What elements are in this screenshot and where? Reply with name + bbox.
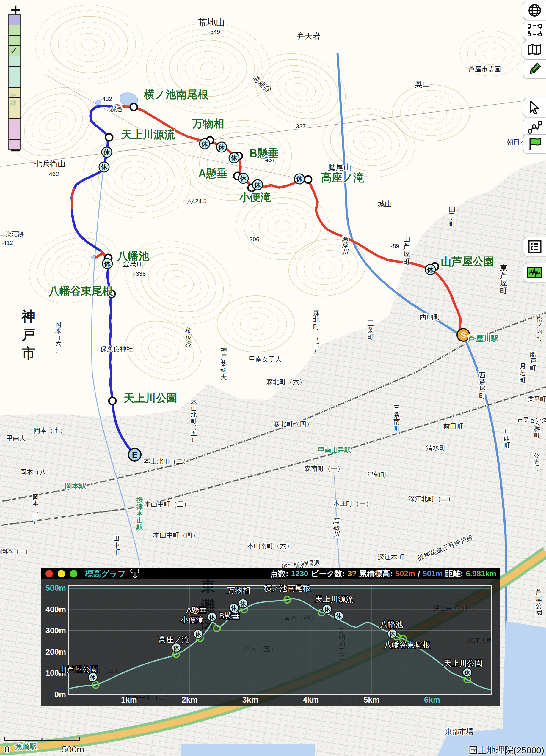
layer-swatch-6[interactable] <box>8 77 21 88</box>
chart-waypoint-label: 高座ノ滝 <box>158 635 190 644</box>
close-icon[interactable] <box>45 570 53 577</box>
stat-token: 502m <box>395 569 415 578</box>
svg-text:休: 休 <box>464 670 471 676</box>
flag-button[interactable] <box>523 134 546 153</box>
map-place-label: 二楽荘跡 <box>0 231 24 237</box>
attribution: 国土地理院(25000) <box>469 744 544 756</box>
map-place-label: 業平町 <box>528 396 546 402</box>
svg-text:休: 休 <box>324 606 331 612</box>
map-place-label: 西岡本（一） <box>0 548 31 555</box>
download-icon[interactable] <box>130 569 140 579</box>
chart-waypoint-label: B懸垂 <box>219 611 240 620</box>
map-place-label: 本山北町（五） <box>191 399 197 443</box>
layer-swatch-9[interactable] <box>8 108 21 119</box>
svg-text:0: 0 <box>4 744 10 754</box>
minimize-icon[interactable] <box>58 570 65 577</box>
layer-opacity-selector[interactable]: ✓ <box>8 15 21 150</box>
layer-swatch-4[interactable] <box>8 56 21 67</box>
route-waypoint-label: B懸垂 <box>249 147 279 159</box>
map-place-label: 本山南町（六） <box>247 542 293 549</box>
map-place-label: 森北町（四） <box>274 420 313 428</box>
route-waypoint-label: 小便滝 <box>239 191 271 203</box>
cursor-button[interactable] <box>523 98 546 117</box>
svg-text:休: 休 <box>336 613 342 619</box>
cursor-icon <box>528 101 541 114</box>
map-place-label: 東部市場 <box>445 727 473 735</box>
map-place-label: 森北町（六） <box>266 378 306 385</box>
route-waypoint-label: 万物相 <box>192 117 224 130</box>
layer-swatch-11[interactable] <box>8 129 21 140</box>
layer-swatch-5[interactable] <box>8 66 21 77</box>
map-place-label: 保久良神社 <box>100 345 133 353</box>
map-place-label: 船戸町 <box>530 351 536 372</box>
map-place-label: 山芦屋町 <box>403 235 410 265</box>
map-place-label: 深江本町 <box>378 553 404 561</box>
stat-token: 3? <box>347 569 356 578</box>
x-tick-label: 3km <box>242 695 258 704</box>
svg-text:休: 休 <box>240 601 246 607</box>
waypoint-circle <box>106 134 113 141</box>
layer-swatch-3[interactable]: ✓ <box>8 45 21 56</box>
chart-waypoint-label: 八幡谷東尾根 <box>384 640 430 649</box>
svg-text:休: 休 <box>103 149 110 156</box>
route-waypoint-label: 天上川源流 <box>121 128 175 141</box>
elevation-panel-header: 標高グラフ 点数:1230ピーク数:3?累積標高:502m/501m距離:6.9… <box>41 568 501 579</box>
svg-text:休: 休 <box>173 645 179 651</box>
map-place-label: 西芦屋町 <box>479 371 486 399</box>
maximize-icon[interactable] <box>70 570 77 577</box>
svg-text:E: E <box>132 450 138 459</box>
map-icon <box>528 43 542 56</box>
map-place-label: 東芦屋町 <box>500 264 507 294</box>
layer-swatch-1[interactable] <box>8 25 21 36</box>
svg-text:休: 休 <box>427 266 434 273</box>
map-place-label: 奥山 <box>415 80 430 89</box>
map-place-label: 本山中町（三） <box>144 500 190 508</box>
route-button[interactable] <box>523 118 546 137</box>
route-waypoint-label: 山芦屋公園 <box>441 255 494 267</box>
pencil-icon <box>528 62 542 76</box>
stat-token: 累積標高: <box>359 568 393 579</box>
map-place-label: 田中町 <box>113 535 120 556</box>
map-place-label: ·549 <box>208 29 220 35</box>
map-place-label: 七兵衛山 <box>34 159 65 168</box>
layer-swatch-2[interactable] <box>8 35 21 46</box>
select-area-button[interactable] <box>523 21 546 40</box>
map-button[interactable] <box>523 40 546 59</box>
station-label: 芦屋川駅 <box>468 334 499 343</box>
route-waypoint-label: 八幡池 <box>117 250 149 262</box>
map-place-label: 深江北町（二） <box>408 495 454 503</box>
chart-waypoint-label: 八幡池 <box>380 620 403 629</box>
map-place-label: 三条町 <box>367 319 374 341</box>
layer-swatch-7[interactable] <box>8 87 21 98</box>
map-place-label: ·306 <box>247 236 259 242</box>
map-place-label: 公光町 <box>534 452 539 471</box>
list-button[interactable] <box>523 237 546 256</box>
elevation-panel[interactable]: 標高グラフ 点数:1230ピーク数:3?累積標高:502m/501m距離:6.9… <box>41 568 501 706</box>
x-tick-label: 6km <box>424 695 440 704</box>
map-place-label: ·338 <box>134 270 146 277</box>
elevation-panel-title: 標高グラフ <box>85 568 126 579</box>
chart-waypoint-label: 小便滝 <box>180 615 204 624</box>
route-icon <box>528 121 542 134</box>
svg-text:休: 休 <box>254 181 261 189</box>
map-place-label: 松ノ内町 <box>536 316 542 341</box>
zoom-out-button[interactable]: − <box>9 142 22 159</box>
svg-text:500m: 500m <box>62 744 84 754</box>
svg-text:休: 休 <box>104 260 111 267</box>
map-place-label: 西山町 <box>419 313 441 321</box>
draw-pencil-button[interactable] <box>523 59 546 78</box>
elevation-graph-button[interactable] <box>523 263 546 282</box>
map-place-label: 山手町 <box>449 205 456 228</box>
elevation-chart[interactable]: 1km2km3km4km5km6km0m100m200m300m400m500m… <box>41 579 501 706</box>
map-place-label: 岡本（七） <box>34 427 66 434</box>
chart-waypoint-label: A懸垂 <box>186 606 207 615</box>
map-place-label: 横池 <box>110 106 122 112</box>
route-waypoint-label: 天上川公園 <box>123 392 177 404</box>
route-waypoint-label: 高座ノ滝 <box>321 171 365 184</box>
globe-button[interactable] <box>523 1 546 20</box>
svg-text:休: 休 <box>231 605 237 611</box>
layer-swatch-10[interactable] <box>8 118 21 129</box>
layer-swatch-8[interactable] <box>8 97 21 108</box>
elevation-stats: 点数:1230ピーク数:3?累積標高:502m/501m距離:6.981km <box>270 568 496 579</box>
layer-swatch-0[interactable] <box>8 14 21 25</box>
